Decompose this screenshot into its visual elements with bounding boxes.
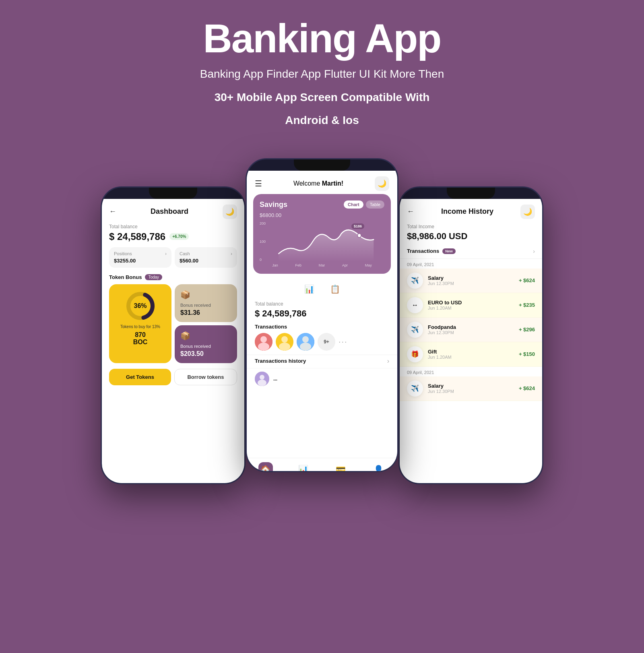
foodpanda-date: Jun 12.30PM xyxy=(428,330,514,335)
income-transactions-row[interactable]: Transactions New › xyxy=(400,246,542,259)
cash-card[interactable]: Cash › $560.00 xyxy=(175,247,237,268)
salary-2-icon: ✈️ xyxy=(407,380,423,397)
gift-name: Gift xyxy=(428,349,514,355)
svg-point-10 xyxy=(302,336,309,343)
total-income-amount: $8,986.00 USD xyxy=(400,230,542,246)
positions-label: Positions › xyxy=(114,251,167,256)
salary-2-amount: + $624 xyxy=(519,385,535,391)
chart-tab[interactable]: Chart xyxy=(344,200,363,209)
phone-main: ☰ Welcome Martin! 🌙 Savings Chart Table xyxy=(246,158,398,472)
nav-chart[interactable]: 📊 xyxy=(296,462,310,472)
savings-amount: $6800.00 xyxy=(260,212,384,218)
gift-date: Jun 1.20AM xyxy=(428,355,514,360)
back-button[interactable]: ← xyxy=(109,207,116,216)
income-title: Income History xyxy=(441,207,493,216)
moon-icon[interactable]: 🌙 xyxy=(223,205,237,219)
tx-name: ... xyxy=(273,376,389,382)
table-tab[interactable]: Table xyxy=(366,200,384,209)
phone-income: ← Income History 🌙 Total Income $8,986.0… xyxy=(398,186,543,484)
nav-card[interactable]: 💳 xyxy=(334,462,348,472)
page-header: Banking App Banking App Finder App Flutt… xyxy=(200,16,444,130)
main-tab-row: 📊 📋 xyxy=(247,279,397,300)
subtitle-line1: Banking App Finder App Flutter UI Kit Mo… xyxy=(200,64,444,84)
bonus-col: 📦 Bonus received $31.36 📦 Bonus received… xyxy=(175,284,237,363)
token-grid: 36% Tokens to buy for 13% 870 BOC 📦 Bonu… xyxy=(102,283,244,367)
svg-point-14 xyxy=(258,380,266,386)
bonus-label-1: Bonus received xyxy=(180,303,231,308)
positions-value: $3255.00 xyxy=(114,258,167,264)
subtitle-line3: Android & Ios xyxy=(200,111,444,130)
savings-title: Savings xyxy=(260,200,287,209)
transactions-history-label: Transactions history xyxy=(255,358,306,364)
savings-chart: 200 100 0 xyxy=(260,221,384,262)
svg-point-11 xyxy=(300,343,311,351)
phone-dashboard: ← Dashboard 🌙 Total balance $ 24,589,786… xyxy=(101,186,246,484)
chart-y-labels: 200 100 0 xyxy=(260,221,266,262)
borrow-tokens-button[interactable]: Borrow tokens xyxy=(174,369,237,385)
bonus-card-2: 📦 Bonus received $203.50 xyxy=(175,325,237,363)
foodpanda-icon: ✈️ xyxy=(407,322,423,338)
salary-date: Jun 12.30PM xyxy=(428,281,514,286)
moon-icon-center[interactable]: 🌙 xyxy=(375,176,389,191)
total-balance-label: Total balance xyxy=(102,222,244,230)
chevron-right-icon: › xyxy=(387,357,389,365)
income-item-foodpanda: ✈️ Foodpanda Jun 12.30PM + $296 xyxy=(400,318,542,342)
main-top-bar: ☰ Welcome Martin! 🌙 xyxy=(247,171,397,194)
balance-amount: $ 24,589,786 xyxy=(109,231,165,242)
dashboard-title: Dashboard xyxy=(151,207,188,216)
date-section-1: 09 April, 2021 xyxy=(400,259,542,269)
savings-tabs: Chart Table xyxy=(344,200,384,209)
income-screen: ← Income History 🌙 Total Income $8,986.0… xyxy=(400,199,542,484)
hamburger-menu[interactable]: ☰ xyxy=(255,179,262,188)
income-tx-label: Transactions New xyxy=(407,248,456,254)
gift-icon: 🎁 xyxy=(407,346,423,362)
avatar-more[interactable]: 9+ xyxy=(318,333,335,351)
salary-amount: + $624 xyxy=(519,277,535,283)
more-options-dots[interactable]: ··· xyxy=(339,337,348,346)
bonus-label-2: Bonus received xyxy=(180,344,231,349)
main-total-amount: $ 24,589,786 xyxy=(247,308,397,322)
positions-card[interactable]: Positions › $3255.00 xyxy=(109,247,171,268)
tokens-to-buy-label: Tokens to buy for 13% xyxy=(120,324,160,329)
mini-cards-row: Positions › $3255.00 Cash › $560.00 xyxy=(102,246,244,272)
new-badge: New xyxy=(442,248,456,254)
tab-bar-chart[interactable]: 📊 xyxy=(301,281,317,297)
income-item-euro: ↔️ EURO to USD Jun 1.20AM + $235 xyxy=(400,293,542,318)
total-income-label: Total Income xyxy=(400,222,542,230)
main-total-label: Total balance xyxy=(247,300,397,308)
transactions-history-row[interactable]: Transactions history › xyxy=(247,355,397,368)
tx-info: ... xyxy=(273,376,389,382)
nav-user[interactable]: 👤 xyxy=(371,462,386,472)
tokens-value: 870 BOC xyxy=(133,331,148,346)
balance-badge: +6.70% xyxy=(169,233,189,240)
svg-point-5 xyxy=(258,343,269,351)
avatar-3[interactable] xyxy=(297,333,314,351)
avatar-1[interactable] xyxy=(255,333,272,351)
gift-icon: 📦 xyxy=(180,290,231,300)
foodpanda-amount: + $296 xyxy=(519,326,535,333)
salary-2-name: Salary xyxy=(428,383,514,389)
date-section-2: 09 April, 2021 xyxy=(400,367,542,376)
tx-avatar xyxy=(255,372,269,386)
cash-value: $560.00 xyxy=(180,258,232,264)
moon-icon-right[interactable]: 🌙 xyxy=(520,205,535,219)
euro-info: EURO to USD Jun 1.20AM xyxy=(428,300,514,310)
today-badge: Today xyxy=(145,274,162,280)
svg-point-7 xyxy=(281,336,288,343)
income-item-salary-2: ✈️ Salary Jun 12.30PM + $624 xyxy=(400,376,542,401)
income-back-button[interactable]: ← xyxy=(407,207,414,216)
chart-tooltip: $186 xyxy=(351,223,364,229)
avatar-2[interactable] xyxy=(276,333,293,351)
get-tokens-button[interactable]: Get Tokens xyxy=(109,369,171,385)
salary-2-date: Jun 12.30PM xyxy=(428,389,514,394)
dashboard-screen: ← Dashboard 🌙 Total balance $ 24,589,786… xyxy=(102,199,244,484)
token-bonus-header: Token Bonus Today xyxy=(102,272,244,283)
subtitle-line2: 30+ Mobile App Screen Compatible With xyxy=(200,88,444,107)
euro-date: Jun 1.20AM xyxy=(428,306,514,310)
income-item-gift: 🎁 Gift Jun 1.20AM + $150 xyxy=(400,342,542,367)
tab-list[interactable]: 📋 xyxy=(327,281,343,297)
bonus-value-1: $31.36 xyxy=(180,309,231,316)
savings-card: Savings Chart Table $6800.00 200 100 0 xyxy=(253,194,391,274)
chart-x-labels: Jan Feb Mar Apr May xyxy=(260,263,384,267)
nav-home[interactable]: 🏠 xyxy=(258,462,273,472)
